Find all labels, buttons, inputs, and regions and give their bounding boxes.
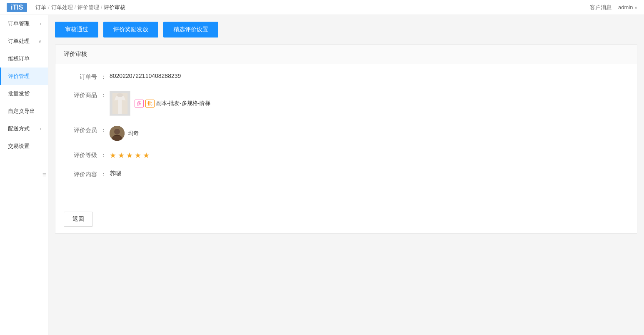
tag-batch: 批 xyxy=(145,100,155,108)
return-button[interactable]: 返回 xyxy=(64,212,93,227)
sidebar-item-order-mgmt[interactable]: 订单管理 › xyxy=(0,15,48,32)
reward-release-button[interactable]: 评价奖励发放 xyxy=(103,22,158,38)
tag-multi: 多 xyxy=(135,100,144,108)
star-5: ★ xyxy=(143,151,150,160)
sidebar-label-rights-order: 维权订单 xyxy=(8,55,30,62)
star-rating: ★ ★ ★ ★ ★ xyxy=(110,151,629,160)
breadcrumb-item-order-process[interactable]: 订单处理 xyxy=(51,4,73,11)
content-row: 评价内容 ： 养嗯 xyxy=(64,170,629,178)
featured-review-settings-button[interactable]: 精选评价设置 xyxy=(163,22,218,38)
product-tags: 多 批 副本-批发-多规格-阶梯 xyxy=(135,100,210,108)
review-audit-card: 评价审核 订单号 ： 802022072211040828823​9 评价商品 … xyxy=(55,44,637,234)
header: iTIS 订单 / 订单处理 / 评价管理 / 评价审核 客户消息 admin … xyxy=(0,0,644,15)
sidebar-label-trade-settings: 交易设置 xyxy=(8,142,30,150)
header-right: 客户消息 admin ∨ xyxy=(590,4,637,11)
member-row: 评价会员 ： xyxy=(64,126,629,141)
sidebar-label-custom-export: 自定义导出 xyxy=(8,108,35,115)
breadcrumb-item-order[interactable]: 订单 xyxy=(35,4,46,11)
customer-notice-link[interactable]: 客户消息 xyxy=(590,4,612,11)
star-4: ★ xyxy=(135,151,141,160)
content-label: 评价内容 xyxy=(64,170,97,178)
product-thumbnail xyxy=(112,93,128,114)
breadcrumb-item-review-mgmt[interactable]: 评价管理 xyxy=(77,4,99,11)
member-label: 评价会员 xyxy=(64,126,97,134)
sidebar-item-custom-export[interactable]: 自定义导出 xyxy=(0,102,48,120)
card-body: 订单号 ： 802022072211040828823​9 评价商品 ： xyxy=(55,64,637,197)
breadcrumb-sep-1: / xyxy=(48,5,49,10)
svg-point-2 xyxy=(117,93,123,97)
member-colon: ： xyxy=(100,126,106,134)
content-colon: ： xyxy=(100,170,106,178)
order-label: 订单号 xyxy=(64,72,97,81)
product-row: 评价商品 ： xyxy=(64,91,629,116)
avatar-image xyxy=(110,126,125,141)
sidebar-label-delivery: 配送方式 xyxy=(8,125,30,132)
order-value: 802022072211040828823​9 xyxy=(110,72,629,79)
card-footer: 返回 xyxy=(55,197,637,233)
member-name: 玛奇 xyxy=(128,130,139,137)
rating-label: 评价等级 xyxy=(64,151,97,159)
order-number-row: 订单号 ： 802022072211040828823​9 xyxy=(64,72,629,81)
breadcrumb: 订单 / 订单处理 / 评价管理 / 评价审核 xyxy=(35,4,125,11)
star-3: ★ xyxy=(126,151,133,160)
header-left: iTIS 订单 / 订单处理 / 评价管理 / 评价审核 xyxy=(7,3,125,12)
product-colon: ： xyxy=(100,91,106,99)
sidebar-item-review-mgmt[interactable]: 评价管理 xyxy=(0,68,48,85)
product-label: 评价商品 xyxy=(64,91,97,99)
sidebar-item-trade-settings[interactable]: 交易设置 xyxy=(0,138,48,155)
member-avatar xyxy=(110,126,125,141)
sidebar-item-rights-order[interactable]: 维权订单 xyxy=(0,50,48,68)
sidebar-label-order-process: 订单处理 xyxy=(8,38,30,45)
chevron-right-icon-6: › xyxy=(40,127,41,131)
sidebar-label-order-mgmt: 订单管理 xyxy=(8,20,30,28)
star-2: ★ xyxy=(118,151,125,160)
sidebar-item-delivery[interactable]: 配送方式 › xyxy=(0,120,48,138)
product-tags-and-name: 多 批 副本-批发-多规格-阶梯 xyxy=(135,100,210,108)
breadcrumb-sep-2: / xyxy=(75,5,76,10)
sidebar-label-review-mgmt: 评价管理 xyxy=(8,72,30,80)
product-value: 多 批 副本-批发-多规格-阶梯 xyxy=(110,91,629,116)
order-colon: ： xyxy=(100,72,106,81)
rating-row: 评价等级 ： ★ ★ ★ ★ ★ xyxy=(64,151,629,160)
star-1: ★ xyxy=(110,151,116,160)
approve-button[interactable]: 审核通过 xyxy=(55,22,98,38)
scroll-indicator: ≡ xyxy=(42,172,46,178)
member-info: 玛奇 xyxy=(110,126,629,141)
product-name: 副本-批发-多规格-阶梯 xyxy=(156,100,210,107)
breadcrumb-item-review-audit: 评价审核 xyxy=(104,4,125,11)
admin-label[interactable]: admin ∨ xyxy=(618,4,637,10)
action-bar: 审核通过 评价奖励发放 精选评价设置 xyxy=(55,22,637,38)
chevron-right-icon-0: › xyxy=(40,22,41,26)
svg-point-4 xyxy=(114,129,120,135)
content-area: 审核通过 评价奖励发放 精选评价设置 评价审核 订单号 ： 8020220722… xyxy=(48,15,644,335)
content-value: 养嗯 xyxy=(110,170,629,178)
chevron-down-icon-1: ∨ xyxy=(38,39,41,44)
sidebar: 订单管理 › 订单处理 ∨ 维权订单 评价管理 批量发货 自定义导出 配送方式 … xyxy=(0,15,48,335)
admin-dropdown-arrow: ∨ xyxy=(634,5,637,10)
product-info: 多 批 副本-批发-多规格-阶梯 xyxy=(110,91,629,116)
logo: iTIS xyxy=(7,3,27,12)
sidebar-item-batch-ship[interactable]: 批量发货 xyxy=(0,85,48,102)
card-title: 评价审核 xyxy=(55,45,637,64)
member-value: 玛奇 xyxy=(110,126,629,141)
sidebar-item-order-process[interactable]: 订单处理 ∨ xyxy=(0,32,48,50)
product-image xyxy=(110,91,130,116)
rating-value: ★ ★ ★ ★ ★ xyxy=(110,151,629,160)
main-layout: 订单管理 › 订单处理 ∨ 维权订单 评价管理 批量发货 自定义导出 配送方式 … xyxy=(0,15,644,335)
sidebar-label-batch-ship: 批量发货 xyxy=(8,90,30,98)
rating-colon: ： xyxy=(100,151,106,159)
breadcrumb-sep-3: / xyxy=(101,5,102,10)
